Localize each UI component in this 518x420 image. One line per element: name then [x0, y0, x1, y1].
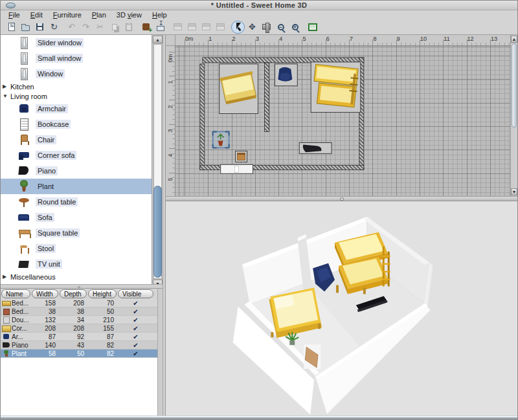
catalog-item-piano[interactable]: Piano	[1, 163, 152, 179]
select-mode-button[interactable]	[231, 21, 245, 34]
new-document-icon	[8, 23, 15, 31]
menu-plan[interactable]: Plan	[87, 11, 111, 19]
catalog-item-plant[interactable]: Plant	[1, 179, 152, 194]
menu-help[interactable]: Help	[147, 11, 172, 19]
column-header-name[interactable]: Name	[1, 289, 30, 298]
catalog-item-slider-window[interactable]: Slider window	[1, 35, 152, 50]
cell-width: 140	[31, 342, 59, 349]
align-window-button-4[interactable]	[214, 21, 227, 34]
visible-checkbox[interactable]: ✔	[117, 350, 154, 357]
plan-scroll-thumb[interactable]	[512, 43, 517, 127]
catalog-item-corner-sofa[interactable]: Corner sofa	[1, 148, 152, 163]
column-header-visible[interactable]: Visible	[118, 289, 153, 298]
preferences-button[interactable]: ↻	[47, 21, 61, 34]
catalog-table-splitter[interactable]	[1, 284, 163, 289]
table-row-piano[interactable]: Piano1404382✔	[1, 341, 157, 349]
catalog-item-chair[interactable]: Chair	[1, 132, 152, 148]
catalog-category-living-room[interactable]: ▼Living room	[1, 91, 152, 101]
table-row-bunk[interactable]: Cor...208208155✔	[1, 324, 157, 333]
menu-furniture[interactable]: Furniture	[48, 11, 87, 19]
plan-item-bed[interactable]	[220, 64, 258, 114]
catalog-item-label: Armchair	[36, 104, 68, 113]
new-home-button[interactable]	[5, 21, 18, 34]
menu-edit[interactable]: Edit	[25, 11, 48, 19]
menu-3d-view[interactable]: 3D view	[111, 11, 147, 19]
corner-sofa-icon	[17, 149, 30, 162]
catalog-item-bookcase[interactable]: Bookcase	[1, 116, 152, 132]
table-row-bedside[interactable]: Bed...383850✔	[1, 307, 157, 316]
visible-checkbox[interactable]: ✔	[117, 325, 154, 332]
plan-item-piano[interactable]	[299, 142, 332, 153]
table-row-bed[interactable]: Bed...15820870✔	[1, 299, 157, 307]
paste-button[interactable]	[122, 21, 135, 34]
cut-button[interactable]: ✂	[93, 21, 107, 34]
plan-item-chair[interactable]	[236, 151, 247, 162]
scroll-up-arrow-icon[interactable]: ▲	[153, 36, 163, 43]
save-button[interactable]	[33, 21, 47, 34]
menu-file[interactable]: File	[3, 11, 25, 19]
plan-scrollbar[interactable]: ▲ ▼	[510, 35, 517, 196]
plan-3d-splitter[interactable]	[166, 196, 517, 201]
copy-button[interactable]	[107, 21, 121, 34]
column-header-width[interactable]: Width	[32, 289, 58, 298]
plan-item-plant-selected[interactable]	[213, 131, 229, 148]
visible-checkbox[interactable]: ✔	[117, 316, 154, 324]
catalog-item-stool[interactable]: Stool	[1, 241, 152, 256]
catalog-scrollbar[interactable]: ▲ ▼	[152, 35, 163, 288]
plan-scroll-down-icon[interactable]: ▼	[511, 188, 517, 195]
expand-triangle-icon[interactable]: ▶	[3, 274, 9, 280]
h-ruler-label: 13	[491, 36, 497, 42]
catalog-item-small-window[interactable]: Small window	[1, 50, 152, 66]
catalog-item-label: Small window	[36, 54, 83, 63]
catalog-category-kitchen[interactable]: ▶Kitchen	[1, 82, 152, 91]
splitter-knob-icon[interactable]	[340, 197, 344, 201]
create-walls-button[interactable]	[260, 21, 273, 34]
visible-checkbox[interactable]: ✔	[117, 300, 154, 307]
catalog-item-tv-unit[interactable]: TV unit	[1, 256, 152, 272]
visible-checkbox[interactable]: ✔	[117, 333, 154, 340]
visible-checkbox[interactable]: ✔	[117, 342, 154, 349]
catalog-item-window[interactable]: Window	[1, 66, 152, 82]
undo-icon: ↶	[68, 23, 75, 31]
redo-button[interactable]: ↷	[79, 21, 93, 34]
align-window-button-2[interactable]	[185, 21, 199, 34]
table-row-plant[interactable]: Plant585082✔	[1, 349, 157, 358]
catalog-item-square-table[interactable]: Square table	[1, 225, 152, 241]
zoom-out-button[interactable]: −	[274, 21, 287, 34]
plan-canvas[interactable]	[175, 46, 510, 196]
window-frame-icon	[202, 23, 210, 30]
zoom-in-button[interactable]: +	[288, 21, 302, 34]
catalog-item-armchair[interactable]: Armchair	[1, 101, 152, 116]
column-header-height[interactable]: Height	[88, 289, 117, 298]
splitter-handle-icon	[78, 286, 80, 288]
align-window-button-3[interactable]	[199, 21, 213, 34]
3d-item-door[interactable]	[304, 344, 321, 369]
plan-scroll-up-icon[interactable]: ▲	[511, 36, 517, 43]
import-furniture-button[interactable]	[153, 21, 167, 34]
column-header-cell: Visible	[117, 289, 154, 299]
align-window-button-1[interactable]	[171, 21, 185, 34]
catalog-scroll-thumb[interactable]	[153, 186, 162, 278]
open-button[interactable]	[19, 21, 32, 34]
table-row-door[interactable]: Dou...13234210✔	[1, 316, 157, 324]
cell-width: 132	[31, 316, 59, 324]
plan-item-door[interactable]	[221, 164, 253, 173]
undo-button[interactable]: ↶	[65, 21, 78, 34]
catalog-item-sofa[interactable]: Sofa	[1, 210, 152, 225]
table-row-armchair[interactable]: Ar...879287✔	[1, 333, 157, 341]
add-furniture-button[interactable]	[139, 21, 153, 34]
visible-checkbox[interactable]: ✔	[117, 308, 154, 315]
3d-view[interactable]	[166, 201, 517, 415]
cell-depth: 38	[59, 308, 87, 315]
create-photo-button[interactable]	[306, 21, 319, 34]
collapse-triangle-icon[interactable]: ▼	[3, 93, 9, 99]
catalog-item-round-table[interactable]: Round table	[1, 194, 152, 210]
furniture-table-scroll-slot[interactable]	[157, 289, 163, 415]
expand-triangle-icon[interactable]: ▶	[3, 83, 9, 89]
column-header-depth[interactable]: Depth	[60, 289, 87, 298]
plan-item-bunk-bed[interactable]	[311, 62, 361, 113]
v-ruler-label: 3	[167, 126, 174, 135]
pan-mode-button[interactable]: ✥	[245, 21, 259, 34]
catalog-category-miscellaneous[interactable]: ▶Miscellaneous	[1, 272, 152, 282]
plan-item-armchair[interactable]	[275, 64, 297, 86]
